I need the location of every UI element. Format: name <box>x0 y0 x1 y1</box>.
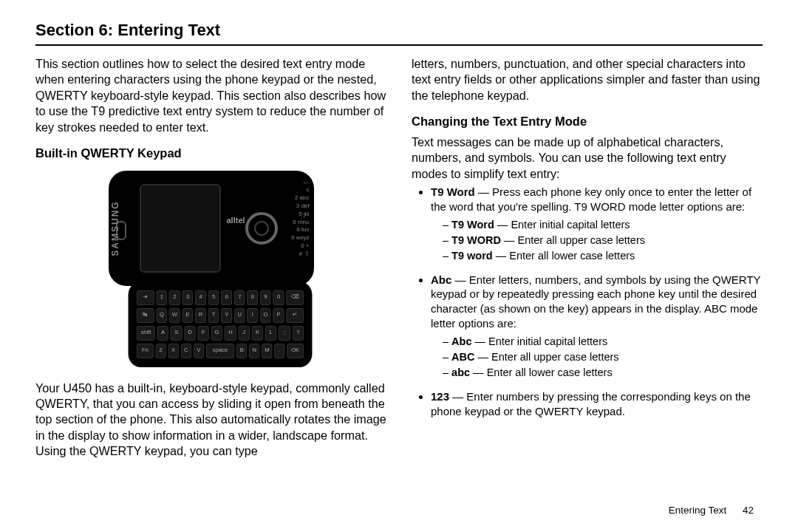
qwerty-key: Y <box>221 308 232 323</box>
qwerty-key: ? <box>292 326 303 341</box>
qwerty-key: P <box>273 308 284 323</box>
qwerty-key: Fn <box>136 344 153 358</box>
numpad-label: c <box>291 187 309 194</box>
qwerty-key: C <box>180 344 191 358</box>
qwerty-key: O <box>260 308 271 323</box>
qwerty-key: shift <box>136 326 154 341</box>
qwerty-key: ↹ <box>136 308 154 323</box>
bullet-t9: T9 Word — Press each phone key only once… <box>431 185 763 268</box>
qwerty-paragraph: Your U450 has a built-in, keyboard-style… <box>35 381 386 460</box>
numpad-label: 5 jkl <box>291 211 309 218</box>
abc-opt-1-term: Abc <box>451 335 471 347</box>
bullet-123-term: 123 <box>431 390 449 403</box>
section-title: Section 6: Entering Text <box>35 21 763 40</box>
qwerty-key: N <box>249 344 259 358</box>
qwerty-key: Z <box>155 344 166 358</box>
two-column-layout: This section outlines how to select the … <box>35 56 763 460</box>
subhead-qwerty: Built-in QWERTY Keypad <box>35 146 386 162</box>
lead-continuation: letters, numbers, punctuation, and other… <box>412 56 763 103</box>
bullet-abc-term: Abc <box>431 273 451 286</box>
numpad-label: 3 def <box>291 203 309 210</box>
qwerty-key: U <box>233 308 245 323</box>
qwerty-key: OK <box>287 344 304 358</box>
phone-keyboard-base: ⇥1234567890⌫ ↹QWERTYUIOP↵ shiftASDFGHJKL… <box>128 282 312 367</box>
footer-section-label: Entering Text <box>669 505 727 516</box>
abc-opt-1: Abc — Enter initial capital letters <box>443 334 763 349</box>
bullet-123: 123 — Enter numbers by pressing the corr… <box>431 389 763 419</box>
qwerty-key: Q <box>156 308 167 323</box>
qwerty-key: T <box>208 308 219 323</box>
qwerty-key: W <box>169 308 180 323</box>
qwerty-key: 1 <box>156 290 167 305</box>
column-left: This section outlines how to select the … <box>35 56 386 460</box>
t9-opt-1: T9 Word — Enter initial capital letters <box>443 217 763 233</box>
qwerty-key: 3 <box>182 290 193 305</box>
phone-illustration: ⇥1234567890⌫ ↹QWERTYUIOP↵ shiftASDFGHJKL… <box>35 171 386 370</box>
bullet-t9-desc: — Press each phone key only once to ente… <box>431 185 751 213</box>
t9-opt-1-desc: — Enter initial capital letters <box>494 219 630 231</box>
qwerty-key: E <box>182 308 193 323</box>
t9-options: T9 Word — Enter initial capital letters … <box>431 214 763 268</box>
qwerty-key: K <box>251 326 262 341</box>
qwerty-key: 8 <box>247 290 258 305</box>
phone-device: ⇥1234567890⌫ ↹QWERTYUIOP↵ shiftASDFGHJKL… <box>109 171 314 370</box>
bullet-abc: Abc — Enter letters, numbers, and symbol… <box>431 273 763 385</box>
qwerty-key: M <box>262 344 272 358</box>
numpad-label: 9 wxyz <box>291 235 309 242</box>
manual-page: Section 6: Entering Text This section ou… <box>0 0 798 532</box>
qwerty-key: I <box>247 308 258 323</box>
qwerty-key: J <box>238 326 249 341</box>
qwerty-rows: ⇥1234567890⌫ ↹QWERTYUIOP↵ shiftASDFGHJKL… <box>136 289 303 360</box>
subhead-modes: Changing the Text Entry Mode <box>412 114 763 130</box>
qwerty-key: 2 <box>169 290 180 305</box>
t9-opt-3-term: T9 word <box>451 250 493 262</box>
qwerty-key: H <box>225 326 236 341</box>
mode-bullet-list: T9 Word — Press each phone key only once… <box>412 185 763 418</box>
qwerty-key: F <box>197 326 208 341</box>
t9-opt-2-desc: — Enter all upper case letters <box>501 234 645 246</box>
qwerty-key: 4 <box>195 290 206 305</box>
abc-opt-2-desc: — Enter all upper case letters <box>475 351 619 363</box>
abc-options: Abc — Enter initial capital letters ABC … <box>431 331 763 385</box>
qwerty-key: ⌫ <box>286 290 304 305</box>
qwerty-key: L <box>265 326 276 341</box>
qwerty-key: ⇥ <box>136 290 154 305</box>
qwerty-key: 6 <box>221 290 232 305</box>
qwerty-key: 7 <box>233 290 245 305</box>
brand-label: SAMSUNG <box>110 200 122 256</box>
t9-opt-3-desc: — Enter all lower case letters <box>493 250 635 262</box>
qwerty-key: ; <box>279 326 290 341</box>
carrier-label: alltel <box>227 215 245 226</box>
bullet-abc-desc: — Enter letters, numbers, and symbols by… <box>431 273 760 330</box>
abc-opt-1-desc: — Enter initial capital letters <box>472 335 608 347</box>
qwerty-row-4: FnZXCVspaceBNM.OK <box>136 344 303 358</box>
qwerty-key: 9 <box>260 290 271 305</box>
phone-screen <box>140 184 221 273</box>
title-rule <box>35 44 763 46</box>
phone-top-section: SAMSUNG alltel —c2 abc3 def5 jkl6 mno8 t… <box>109 171 314 286</box>
qwerty-key: G <box>211 326 222 341</box>
numpad-label: — <box>291 180 309 186</box>
t9-opt-3: T9 word — Enter all lower case letters <box>443 248 763 264</box>
bullet-123-desc: — Enter numbers by pressing the correspo… <box>431 390 751 417</box>
qwerty-key: 0 <box>273 290 284 305</box>
page-footer: Entering Text 42 <box>669 505 754 516</box>
qwerty-key: R <box>195 308 206 323</box>
intro-paragraph: This section outlines how to select the … <box>35 56 386 135</box>
numpad-label: 6 mno <box>291 219 309 226</box>
nav-ring-icon <box>245 212 278 245</box>
t9-opt-2-term: T9 WORD <box>451 234 501 246</box>
qwerty-row-2: ↹QWERTYUIOP↵ <box>136 308 303 323</box>
abc-opt-3-term: abc <box>451 366 470 378</box>
abc-opt-2: ABC — Enter all upper case letters <box>443 349 763 365</box>
modes-paragraph: Text messages can be made up of alphabet… <box>412 134 763 182</box>
abc-opt-2-term: ABC <box>451 351 474 363</box>
column-right: letters, numbers, punctuation, and other… <box>412 56 763 460</box>
qwerty-key: 5 <box>208 290 219 305</box>
qwerty-key: ↵ <box>286 308 304 323</box>
qwerty-key: . <box>274 344 284 358</box>
qwerty-key: B <box>236 344 247 358</box>
t9-opt-1-term: T9 Word <box>451 219 494 231</box>
qwerty-row-1: ⇥1234567890⌫ <box>136 290 303 305</box>
numeric-keypad-column: —c2 abc3 def5 jkl6 mno8 tuv9 wxyz0 +# ⇧ <box>291 180 309 258</box>
